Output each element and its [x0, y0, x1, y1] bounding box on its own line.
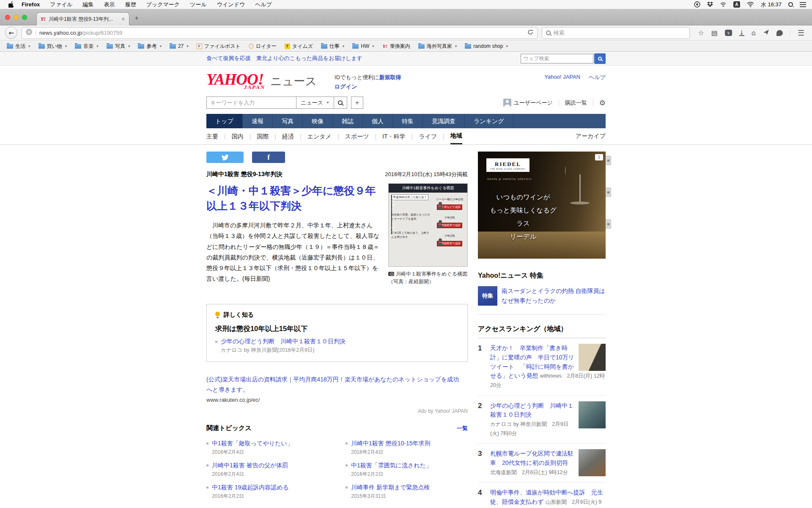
notification-center-icon[interactable] [800, 2, 806, 7]
web-search-button[interactable] [594, 53, 606, 64]
archive-link[interactable]: アーカイブ [576, 133, 606, 140]
twitter-share-button[interactable] [206, 152, 244, 163]
close-window-button[interactable] [5, 15, 10, 20]
hello-icon[interactable] [776, 30, 783, 36]
zoom-window-button[interactable] [22, 15, 27, 20]
article-figure-image[interactable]: 川崎中1殺害事件をめぐる構図 平成26年12月ごろ知り合う リーダー格の少年(1… [388, 183, 468, 267]
ranking-link[interactable]: 少年の心理どう判断 川崎中１殺害１０日判決 [490, 402, 573, 418]
bookmark-reuters[interactable]: ロイター [249, 43, 277, 50]
subnav-region[interactable]: 地域 [450, 128, 462, 144]
know-more-link[interactable]: 少年の心理どう判断 川崎中１殺害１０日判決 [221, 338, 346, 345]
bookmark-folder-reference[interactable]: 参考 [138, 43, 162, 50]
bookmark-transit[interactable]: Y!乗換案内 [382, 43, 410, 50]
menu-window[interactable]: ウインドウ [217, 1, 245, 8]
menu-icon[interactable]: ☰ [798, 30, 804, 36]
ranking-thumbnail[interactable] [579, 344, 606, 371]
nav-tab-photo[interactable]: 写真 [273, 114, 303, 128]
subscriptions-link[interactable]: 購読一覧 [565, 99, 587, 107]
bookmark-folder-27[interactable]: 27 [170, 43, 189, 49]
ad-side-tab[interactable] [606, 156, 611, 165]
ranking-thumbnail[interactable] [579, 401, 606, 428]
browser-tab[interactable]: Y! 川崎中1殺害 懲役9-13年判... ✕ [36, 12, 129, 25]
home-icon[interactable]: ⌂ [752, 30, 756, 36]
nav-tab-flash[interactable]: 速報 [243, 114, 273, 128]
subnav-domestic[interactable]: 国内 [232, 129, 244, 144]
menubar-app-name[interactable]: Firefox [22, 1, 40, 8]
ad-side-tab[interactable] [606, 219, 611, 229]
new-tab-button[interactable]: + [134, 14, 139, 22]
input-method-icon[interactable]: A [733, 1, 740, 8]
hotspot-icon[interactable] [720, 2, 727, 7]
creative-cloud-icon[interactable] [694, 1, 700, 8]
reading-list-icon[interactable]: ▤ [711, 30, 718, 36]
keyword-input[interactable] [206, 97, 296, 109]
nav-tab-top[interactable]: トップ [206, 114, 243, 128]
nav-tab-video[interactable]: 映像 [303, 114, 333, 128]
bookmark-times[interactable]: Tタイムズ [285, 43, 313, 50]
related-link[interactable]: 中1殺害「敵取ってやりたい」 [212, 440, 293, 447]
menu-view[interactable]: 表示 [104, 1, 115, 8]
related-link[interactable]: 川崎事件 新学期まで緊急点検 [351, 484, 430, 491]
subnav-world[interactable]: 国際 [257, 129, 269, 144]
web-search-input[interactable] [521, 54, 593, 64]
dropbox-icon[interactable] [707, 2, 713, 7]
subnav-economy[interactable]: 経済 [282, 129, 294, 144]
bookmark-folder-life[interactable]: 生活 [7, 43, 30, 50]
ad-side-tab[interactable] [606, 188, 611, 197]
back-button[interactable]: ← [5, 27, 17, 39]
nav-tab-feature[interactable]: 特集 [393, 114, 423, 128]
signup-link[interactable]: 新規取得 [379, 74, 401, 80]
bookmark-folder-shopping[interactable]: 買い物 [38, 43, 67, 50]
article-headline[interactable]: ＜川崎・中１殺害＞少年に懲役９年以上１３年以下判決 [206, 183, 381, 213]
minimize-window-button[interactable] [14, 15, 19, 20]
tab-close-icon[interactable]: ✕ [121, 17, 125, 22]
related-link[interactable]: 川崎中1殺害 被告の父が体罰 [212, 462, 288, 469]
subnav-entertainment[interactable]: エンタメ [307, 129, 332, 144]
bookmark-folder-hw[interactable]: HW [352, 43, 374, 49]
bookmark-folder-photo[interactable]: 写真 [107, 43, 130, 50]
wifi-icon[interactable] [747, 2, 754, 7]
browser-search-box[interactable] [542, 27, 690, 39]
menu-tools[interactable]: ツール [190, 1, 207, 8]
nav-tab-magazine[interactable]: 雑誌 [333, 114, 363, 128]
facebook-share-button[interactable]: f [252, 152, 285, 163]
bookmark-folder-work[interactable]: 仕事 [321, 43, 345, 50]
subnav-life[interactable]: ライフ [419, 129, 437, 144]
feature-item[interactable]: 特集 南スーダンとイラクの灼熱 自衛隊員はなぜ無事だったのか [478, 286, 606, 306]
user-page-link[interactable]: ユーザーページ [514, 99, 553, 107]
spotlight-icon[interactable] [788, 2, 793, 7]
apple-menu-icon[interactable] [8, 1, 14, 8]
downloads-icon[interactable]: ↓ [739, 30, 744, 36]
related-link[interactable]: 中1殺害「雰囲気に流された」 [351, 462, 432, 469]
bookmark-folder-music[interactable]: 音楽 [75, 43, 99, 50]
related-link[interactable]: 川崎中1殺害 懲役10-15年求刑 [351, 440, 430, 447]
ad-link[interactable]: (公式)楽天市場出店の資料請求｜平均月商418万円！楽天市場があなたのネットショ… [206, 375, 462, 395]
related-topics-more-link[interactable]: 一覧 [457, 425, 468, 432]
yahoo-japan-logo[interactable]: YAHOO! JAPAN [206, 71, 266, 88]
news-search-button[interactable] [334, 97, 347, 109]
search-category-dropdown[interactable]: ニュース [296, 97, 334, 109]
gear-icon[interactable]: ⚙ [599, 99, 606, 107]
feature-link[interactable]: 南スーダンとイラクの灼熱 自衛隊員はなぜ無事だったのか [502, 286, 606, 306]
riedel-ad[interactable]: RIEDEL THE WINE GLASS COMPANY GRAPE @ VA… [478, 152, 606, 259]
related-link[interactable]: 中1殺害 19歳起訴内容認める [212, 484, 289, 491]
pocket-icon[interactable]: ∨ [725, 30, 732, 36]
bookmark-star-icon[interactable]: ☆ [698, 30, 704, 36]
bookmark-filepost[interactable]: Fファイルポスト [197, 43, 241, 50]
promo-link[interactable]: 食べて復興を応援 東北より心のこもった商品をお届けします [206, 55, 362, 62]
browser-search-input[interactable] [554, 30, 686, 36]
menu-history[interactable]: 履歴 [125, 1, 136, 8]
bookmark-folder-overseas-photo[interactable]: 海外写真家 [418, 43, 457, 50]
share-icon[interactable] [763, 29, 769, 37]
ranking-link[interactable]: 札幌市電ループ化区間で違法駐車 20代女性に初の反則切符 [490, 450, 573, 466]
nav-tab-survey[interactable]: 意識調査 [423, 114, 465, 128]
menu-file[interactable]: ファイル [50, 1, 72, 8]
menubar-clock[interactable]: 水 16:37 [761, 1, 782, 8]
ads-by-label[interactable]: Ads by Yahoo! JAPAN [206, 408, 468, 414]
bookmark-folder-random-shop[interactable]: random shop [465, 43, 508, 49]
ad-info-icon[interactable]: i [595, 154, 603, 160]
help-link[interactable]: ヘルプ [589, 74, 606, 81]
subnav-sports[interactable]: スポーツ [345, 129, 369, 144]
subnav-it-science[interactable]: IT・科学 [382, 129, 405, 144]
url-bar[interactable]: news.yahoo.co.jp/pickup/6190759 [22, 27, 538, 39]
